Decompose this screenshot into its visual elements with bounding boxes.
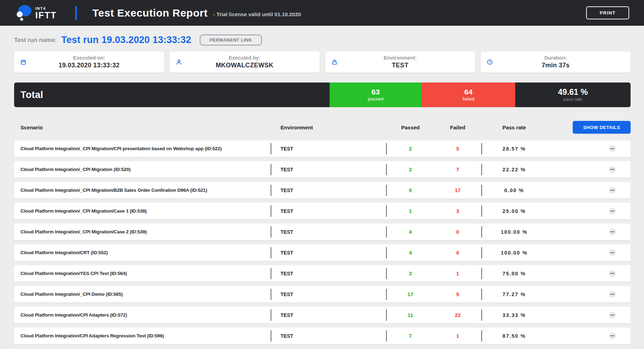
passed-cell: 17 bbox=[387, 291, 434, 297]
scenario-cell: Cloud Platform Integration/_CPI Migratio… bbox=[14, 229, 271, 234]
clock-icon bbox=[487, 59, 493, 65]
environment-icon bbox=[331, 59, 338, 65]
column-header-failed: Failed bbox=[434, 124, 481, 130]
pass-rate-cell: 100.00 % bbox=[482, 250, 546, 256]
pass-rate-cell: 22.22 % bbox=[482, 167, 546, 172]
table-header: Scenario Environment Passed Failed Pass … bbox=[14, 121, 631, 134]
info-card-executed-by: Executed by: MKOWALCZEWSK bbox=[170, 51, 320, 73]
environment-cell: TEST bbox=[271, 167, 386, 172]
scenario-cell: Cloud Platform Integration/CPI Adapters … bbox=[14, 333, 271, 338]
pass-rate-cell: 0.00 % bbox=[482, 188, 546, 193]
user-icon bbox=[176, 59, 182, 65]
info-card-label: Duration: bbox=[481, 55, 631, 61]
show-details-button[interactable]: SHOW DETAILS bbox=[573, 121, 631, 134]
environment-cell: TEST bbox=[271, 333, 386, 339]
table-row: Cloud Platform Integration/_CPI Migratio… bbox=[14, 182, 631, 198]
page-title: Test Execution Report bbox=[92, 7, 208, 19]
pass-rate-cell: 100.00 % bbox=[482, 229, 546, 235]
row-actions-button[interactable] bbox=[609, 332, 616, 339]
row-actions-cell bbox=[546, 166, 631, 173]
passed-cell: 1 bbox=[387, 208, 434, 214]
totals-pass-rate-segment: 49.61 % pass rate bbox=[515, 82, 631, 107]
table-row: Cloud Platform Integration/_CPI Migratio… bbox=[14, 203, 631, 219]
column-header-environment: Environment bbox=[271, 124, 386, 130]
failed-cell: 0 bbox=[434, 229, 481, 235]
scenario-cell: Cloud Platform Integration/CRT (ID:552) bbox=[14, 250, 271, 255]
ellipsis-icon bbox=[610, 335, 612, 336]
totals-pass-rate-value: 49.61 % bbox=[558, 87, 588, 97]
pass-rate-cell: 75.00 % bbox=[482, 271, 546, 276]
info-card-duration: Duration: 7min 37s bbox=[481, 51, 631, 73]
info-card-executed-on: Executed on: 19.03.2020 13:33:32 bbox=[14, 51, 164, 73]
totals-label: Total bbox=[14, 82, 330, 107]
column-header-scenario: Scenario bbox=[14, 124, 271, 130]
failed-cell: 0 bbox=[434, 250, 481, 256]
info-card-environment: Environment: TEST bbox=[325, 51, 475, 73]
passed-cell: 4 bbox=[387, 250, 434, 256]
row-actions-cell bbox=[546, 291, 631, 298]
ellipsis-icon bbox=[610, 190, 612, 191]
totals-pass-rate-label: pass rate bbox=[564, 97, 582, 102]
table-row: Cloud Platform Integration/_CPI Migratio… bbox=[14, 224, 631, 240]
environment-cell: TEST bbox=[271, 271, 386, 276]
brand-wordmark: INT4 IFTT bbox=[35, 7, 57, 20]
permanent-link-button[interactable]: PERMANENT LINK bbox=[200, 35, 262, 45]
environment-cell: TEST bbox=[271, 312, 386, 318]
row-actions-cell bbox=[546, 312, 631, 318]
info-card-value: TEST bbox=[325, 62, 475, 69]
passed-cell: 0 bbox=[387, 187, 434, 193]
row-actions-cell bbox=[546, 270, 631, 277]
totals-passed-segment: 63 passed bbox=[330, 82, 422, 107]
row-actions-button[interactable] bbox=[609, 270, 616, 277]
row-actions-button[interactable] bbox=[609, 291, 616, 298]
row-actions-button[interactable] bbox=[609, 145, 616, 152]
totals-passed-label: passed bbox=[368, 97, 384, 102]
environment-cell: TEST bbox=[271, 250, 386, 256]
row-actions-cell bbox=[546, 249, 631, 256]
row-actions-cell bbox=[546, 145, 631, 152]
ellipsis-icon bbox=[610, 314, 612, 316]
ellipsis-icon bbox=[610, 273, 612, 274]
row-actions-button[interactable] bbox=[609, 312, 616, 318]
pass-rate-cell: 77.27 % bbox=[482, 292, 546, 297]
scenario-cell: Cloud Platform Integration/_CPI Demo (ID… bbox=[14, 292, 271, 297]
scenario-cell: Cloud Platform Integration/_CPI Migratio… bbox=[14, 188, 271, 193]
info-card-label: Environment: bbox=[325, 55, 475, 61]
row-actions-button[interactable] bbox=[609, 249, 616, 256]
info-card-value: MKOWALCZEWSK bbox=[170, 62, 320, 69]
scenario-cell: Cloud Platform Integration/_CPI Migratio… bbox=[14, 146, 271, 151]
brand-logo: INT4 IFTT bbox=[16, 4, 57, 22]
int4-logo-icon bbox=[16, 4, 32, 22]
row-actions-button[interactable] bbox=[609, 166, 616, 173]
passed-cell: 11 bbox=[387, 312, 434, 318]
pass-rate-cell: 25.00 % bbox=[482, 208, 546, 214]
header-bar: INT4 IFTT Test Execution Report - Trial … bbox=[0, 0, 644, 26]
brand-divider bbox=[75, 6, 77, 20]
test-run-name-label: Test run name: bbox=[14, 37, 57, 44]
scenario-table: Cloud Platform Integration/_CPI Migratio… bbox=[14, 140, 631, 344]
row-actions-cell bbox=[546, 228, 631, 235]
info-card-label: Executed by: bbox=[170, 55, 320, 61]
environment-cell: TEST bbox=[271, 229, 386, 235]
totals-passed-value: 63 bbox=[372, 88, 380, 96]
ellipsis-icon bbox=[610, 210, 612, 212]
print-button[interactable]: PRINT bbox=[586, 6, 629, 19]
scenario-cell: Cloud Platform Integration/_CPI Migratio… bbox=[14, 208, 271, 214]
row-actions-button[interactable] bbox=[609, 208, 616, 214]
passed-cell: 2 bbox=[387, 166, 434, 172]
row-actions-button[interactable] bbox=[609, 187, 616, 194]
ellipsis-icon bbox=[610, 231, 612, 232]
table-row: Cloud Platform Integration/_CPI Demo (ID… bbox=[14, 286, 631, 302]
brand-iftt-label: IFTT bbox=[35, 11, 57, 20]
calendar-icon bbox=[20, 59, 26, 65]
row-actions-button[interactable] bbox=[609, 228, 616, 235]
passed-cell: 4 bbox=[387, 229, 434, 235]
info-card-label: Executed on: bbox=[14, 55, 164, 61]
scenario-cell: Cloud Platform Integration/YES CPI Test … bbox=[14, 271, 271, 276]
passed-cell: 3 bbox=[387, 270, 434, 276]
failed-cell: 1 bbox=[434, 270, 481, 276]
environment-cell: TEST bbox=[271, 208, 386, 214]
environment-cell: TEST bbox=[271, 292, 386, 297]
failed-cell: 7 bbox=[434, 166, 481, 172]
failed-cell: 17 bbox=[434, 187, 481, 193]
